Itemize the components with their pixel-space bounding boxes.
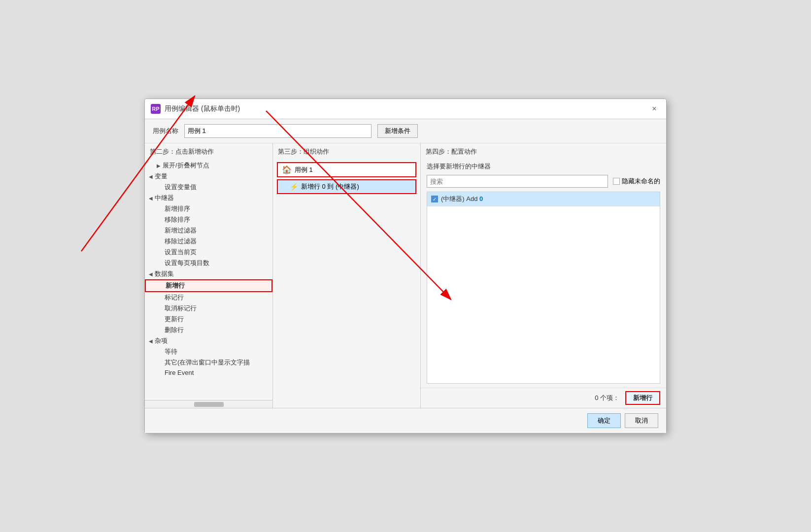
tree-item-add-sort[interactable]: 新增排序 (145, 203, 272, 214)
tree-item-set-variable[interactable]: 设置变量值 (145, 182, 272, 193)
tree-item-set-pagesize[interactable]: 设置每页项目数 (145, 258, 272, 268)
tree-item-remove-filter[interactable]: 移除过滤器 (145, 236, 272, 247)
tree-item-mark-row[interactable]: 标记行 (145, 292, 272, 303)
relay-item-text: (中继器) Add 0 (441, 195, 483, 203)
hide-unnamed-label: 隐藏未命名的 (622, 177, 660, 186)
add-row-button[interactable]: 新增行 (625, 391, 660, 405)
panel-step2: 第二步：点击新增动作 ▶ 展开/折叠树节点 ◀ 变量 设置变量值 ◀ 中继器 新… (145, 143, 273, 408)
tree-item-remove-sort[interactable]: 移除排序 (145, 214, 272, 225)
tree-item-delete-row[interactable]: 删除行 (145, 325, 272, 335)
dialog-container: RP 用例编辑器 (鼠标单击时) × 用例名称 新增条件 第二步：点击新增动作 … (144, 99, 667, 433)
search-input[interactable] (427, 175, 608, 188)
step2-header: 第二步：点击新增动作 (145, 143, 272, 158)
tree-area[interactable]: ▶ 展开/折叠树节点 ◀ 变量 设置变量值 ◀ 中继器 新增排序 移除排序 新增… (145, 158, 272, 400)
use-case-label: 用例名称 (153, 127, 178, 135)
relay-item-checkbox[interactable]: ✓ (431, 196, 438, 202)
step3-content: 🏠 用例 1 ⚡ 新增行 0 到 (中继器) (273, 158, 420, 408)
tree-item-wait[interactable]: 等待 (145, 346, 272, 357)
ok-button[interactable]: 确定 (587, 413, 621, 428)
tree-horizontal-scroll[interactable] (145, 400, 272, 408)
tree-item-expand[interactable]: ▶ 展开/折叠树节点 (145, 160, 272, 171)
dataset-arrow-icon: ◀ (149, 271, 153, 277)
relay-list: ✓ (中继器) Add 0 (427, 192, 660, 384)
items-count: 0 个项： (595, 394, 619, 402)
expand-arrow-icon: ▶ (157, 163, 161, 168)
toolbar-row: 用例名称 新增条件 (145, 119, 666, 143)
case-node-label: 用例 1 (295, 166, 313, 174)
variables-arrow-icon: ◀ (149, 174, 153, 179)
tree-group-repeater[interactable]: ◀ 中继器 (145, 193, 272, 203)
case-node[interactable]: 🏠 用例 1 (277, 162, 416, 177)
action-node-label: 新增行 0 到 (中继器) (301, 182, 359, 191)
tree-item-update-row[interactable]: 更新行 (145, 314, 272, 325)
panel-step3: 第三步：组织动作 🏠 用例 1 ⚡ 新增行 0 到 (中继器) (273, 143, 421, 408)
title-bar: RP 用例编辑器 (鼠标单击时) × (145, 99, 666, 119)
dialog-footer: 确定 取消 (145, 408, 666, 433)
add-condition-button[interactable]: 新增条件 (377, 124, 418, 138)
tree-item-add-row[interactable]: 新增行 (145, 279, 272, 292)
search-row: 隐藏未命名的 (427, 175, 660, 188)
hide-unnamed-checkbox[interactable] (613, 178, 620, 185)
tree-item-add-filter[interactable]: 新增过滤器 (145, 225, 272, 236)
title-bar-left: RP 用例编辑器 (鼠标单击时) (151, 104, 240, 114)
scroll-thumb (194, 402, 224, 407)
repeater-arrow-icon: ◀ (149, 196, 153, 201)
app-icon: RP (151, 104, 161, 114)
step3-header: 第三步：组织动作 (273, 143, 420, 158)
hide-unnamed-row: 隐藏未命名的 (613, 177, 660, 186)
relay-header: 选择要新增行的中继器 (427, 162, 660, 171)
use-case-input[interactable] (184, 124, 372, 138)
tree-item-other[interactable]: 其它(在弹出窗口中显示文字描 (145, 357, 272, 368)
tree-item-fire-event[interactable]: Fire Event (145, 368, 272, 377)
step4-header: 第四步：配置动作 (421, 143, 666, 158)
tree-group-variables[interactable]: ◀ 变量 (145, 171, 272, 182)
step4-content: 选择要新增行的中继器 隐藏未命名的 ✓ (中继器) Add 0 (421, 158, 666, 388)
dialog-title: 用例编辑器 (鼠标单击时) (165, 104, 240, 113)
panel-step4: 第四步：配置动作 选择要新增行的中继器 隐藏未命名的 ✓ (中继器) Add 0 (421, 143, 666, 408)
close-button[interactable]: × (648, 103, 660, 115)
tree-item-set-page[interactable]: 设置当前页 (145, 247, 272, 258)
tree-group-misc[interactable]: ◀ 杂项 (145, 335, 272, 346)
tree-item-unmark-row[interactable]: 取消标记行 (145, 303, 272, 314)
relay-item-0[interactable]: ✓ (中继器) Add 0 (427, 192, 660, 206)
lightning-icon: ⚡ (290, 183, 298, 191)
main-area: 第二步：点击新增动作 ▶ 展开/折叠树节点 ◀ 变量 设置变量值 ◀ 中继器 新… (145, 143, 666, 408)
case-node-icon: 🏠 (282, 165, 292, 174)
misc-arrow-icon: ◀ (149, 338, 153, 344)
bottom-row: 0 个项： 新增行 (421, 388, 666, 408)
action-node[interactable]: ⚡ 新增行 0 到 (中继器) (277, 179, 416, 194)
relay-item-num: 0 (479, 195, 483, 202)
cancel-button[interactable]: 取消 (625, 413, 658, 428)
tree-group-dataset[interactable]: ◀ 数据集 (145, 268, 272, 279)
